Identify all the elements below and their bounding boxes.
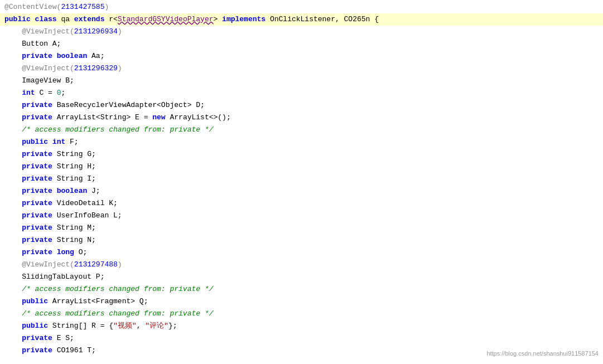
- token-plain: qa: [57, 15, 74, 23]
- code-line: SlidingTabLayout P;: [0, 271, 603, 283]
- token-plain: [4, 150, 22, 158]
- token-string-val: "视频": [113, 322, 137, 330]
- token-keyword: public class: [4, 15, 57, 23]
- code-line: @ViewInject(2131297488): [0, 259, 603, 271]
- token-plain: O;: [74, 248, 87, 256]
- token-keyword: extends: [74, 15, 105, 23]
- token-annotation: @ViewInject(: [22, 64, 74, 72]
- token-plain: ArrayList<>();: [166, 113, 231, 122]
- token-plain: [4, 224, 22, 232]
- token-plain: Button A;: [4, 40, 61, 48]
- code-line: @ViewInject(2131296329): [0, 62, 603, 75]
- token-plain: String M;: [52, 224, 96, 232]
- token-annotation-value: 2131296329: [74, 64, 118, 72]
- token-plain: [4, 64, 22, 72]
- code-line: private String G;: [0, 148, 603, 161]
- token-keyword: private: [22, 162, 52, 171]
- token-plain: [4, 52, 22, 60]
- token-keyword: private: [22, 199, 52, 207]
- token-keyword: private: [22, 101, 52, 109]
- code-line: /* access modifiers changed from: privat…: [0, 308, 603, 320]
- token-plain: BaseRecyclerViewAdapter<Object> D;: [52, 101, 205, 109]
- code-line: /* access modifiers changed from: privat…: [0, 124, 603, 136]
- token-plain: ,: [137, 322, 146, 330]
- token-plain: Aa;: [87, 52, 104, 60]
- token-keyword: private: [22, 174, 52, 183]
- code-line: @ContentView(2131427585): [0, 1, 603, 13]
- token-keyword: private: [22, 334, 52, 342]
- token-keyword: private: [22, 346, 52, 355]
- token-string-val: "评论": [145, 322, 168, 330]
- token-keyword: private: [22, 236, 52, 244]
- code-line: private UserInfoBean L;: [0, 210, 603, 222]
- token-plain: [4, 285, 22, 293]
- token-plain: E S;: [52, 334, 74, 342]
- token-plain: C =: [35, 89, 57, 97]
- code-line: public int F;: [0, 136, 603, 148]
- token-keyword: int: [22, 89, 35, 97]
- code-line: private String M;: [0, 222, 603, 234]
- token-plain: UserInfoBean L;: [52, 211, 122, 220]
- token-comment: /* access modifiers changed from: privat…: [22, 125, 213, 134]
- token-plain: >: [214, 15, 223, 23]
- token-plain: [4, 199, 22, 207]
- token-keyword: public int: [22, 138, 65, 146]
- token-annotation-value: 2131296934: [74, 27, 118, 36]
- code-line: /* access modifiers changed from: privat…: [0, 283, 603, 295]
- token-annotation: ): [118, 27, 122, 36]
- token-plain: String[] R = {: [48, 322, 113, 330]
- token-annotation: @ViewInject(: [22, 260, 74, 269]
- token-plain: [4, 322, 22, 330]
- code-line: Button A;: [0, 38, 603, 50]
- code-line: private BaseRecyclerViewAdapter<Object> …: [0, 99, 603, 111]
- token-keyword: private: [22, 113, 52, 122]
- token-plain: ArrayList<String> E =: [52, 113, 152, 122]
- token-annotation: @ContentView(: [4, 3, 61, 11]
- token-plain: [4, 236, 22, 244]
- token-plain: [4, 27, 22, 36]
- token-plain: CO1961 T;: [52, 346, 96, 355]
- code-line: private boolean J;: [0, 185, 603, 197]
- token-keyword: public: [22, 322, 48, 330]
- token-plain: [4, 113, 22, 122]
- token-keyword: private boolean: [22, 52, 87, 60]
- token-plain: [4, 248, 22, 256]
- token-plain: [4, 297, 22, 305]
- token-keyword: private: [22, 150, 52, 158]
- token-plain: r<: [104, 15, 117, 23]
- code-line: private String H;: [0, 161, 603, 173]
- token-plain: [4, 260, 22, 269]
- token-plain: [4, 346, 22, 355]
- token-keyword: private: [22, 211, 52, 220]
- code-line: private String N;: [0, 234, 603, 246]
- token-plain: ArrayList<Fragment> Q;: [48, 297, 148, 305]
- token-plain: J;: [87, 187, 100, 195]
- token-plain: SlidingTabLayout P;: [4, 273, 104, 281]
- code-line: public ArrayList<Fragment> Q;: [0, 295, 603, 308]
- watermark: https://blog.csdn.net/shanshui911587154: [486, 347, 599, 360]
- code-line: public String[] R = {"视频", "评论"};: [0, 320, 603, 332]
- token-plain: [4, 309, 22, 318]
- token-plain: [4, 101, 22, 109]
- code-line: private VideoDetail K;: [0, 197, 603, 210]
- token-plain: };: [168, 322, 177, 330]
- token-keyword: public: [22, 297, 48, 305]
- token-annotation: ): [104, 3, 109, 11]
- code-line: ImageView B;: [0, 75, 603, 87]
- token-plain: OnClickListener, CO265n {: [266, 15, 379, 23]
- token-plain: String I;: [52, 174, 96, 183]
- code-line: private ArrayList<String> E = new ArrayL…: [0, 111, 603, 124]
- code-line: private boolean Aa;: [0, 50, 603, 62]
- code-line: private long O;: [0, 246, 603, 259]
- code-line: private String I;: [0, 173, 603, 185]
- token-plain: [4, 162, 22, 171]
- token-comment: /* access modifiers changed from: privat…: [22, 285, 213, 293]
- token-plain: ImageView B;: [4, 76, 74, 85]
- token-keyword: private: [22, 224, 52, 232]
- token-plain: [4, 89, 22, 97]
- token-plain: String H;: [52, 162, 96, 171]
- token-plain: [4, 211, 22, 220]
- code-viewer: @ContentView(2131427585)public class qa …: [0, 0, 603, 364]
- token-plain: ;: [61, 89, 65, 97]
- token-plain: [4, 174, 22, 183]
